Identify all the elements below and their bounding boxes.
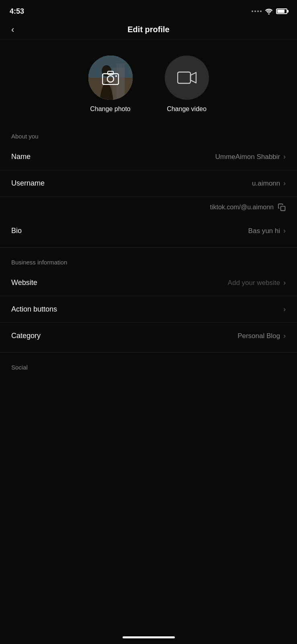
category-value-group: Personal Blog › (238, 332, 286, 340)
media-section: Change photo Change video (0, 39, 297, 125)
name-field-row[interactable]: Name UmmeAimon Shabbir › (0, 144, 297, 170)
url-text: tiktok.com/@u.aimonn (210, 204, 274, 211)
username-label: Username (11, 179, 45, 188)
bio-field-row[interactable]: Bio Bas yun hi › (0, 218, 297, 244)
section-divider-2 (0, 352, 297, 353)
change-photo-label: Change photo (90, 105, 131, 113)
social-section: Social (0, 356, 297, 375)
svg-rect-11 (281, 206, 285, 211)
category-chevron-icon: › (283, 332, 286, 340)
username-value: u.aimonn (252, 180, 280, 188)
category-label: Category (11, 332, 41, 340)
video-icon (177, 70, 197, 85)
back-button[interactable]: ‹ (8, 23, 17, 37)
bio-label: Bio (11, 227, 22, 235)
change-video-item: Change video (165, 56, 209, 113)
username-chevron-icon: › (283, 179, 286, 188)
battery-icon (276, 8, 287, 14)
action-buttons-value-group: › (283, 305, 286, 314)
business-info-section: Business information Website Add your we… (0, 251, 297, 349)
camera-icon (102, 70, 119, 85)
action-buttons-label: Action buttons (11, 305, 57, 314)
action-buttons-chevron-icon: › (283, 305, 286, 314)
page-title: Edit profile (127, 25, 169, 34)
category-field-row[interactable]: Category Personal Blog › (0, 323, 297, 349)
business-info-header: Business information (0, 251, 297, 270)
home-indicator-area (0, 630, 297, 644)
video-circle[interactable] (165, 56, 209, 100)
bio-value-group: Bas yun hi › (248, 227, 286, 235)
name-label: Name (11, 153, 31, 161)
svg-rect-10 (178, 72, 190, 83)
name-chevron-icon: › (283, 153, 286, 161)
bio-chevron-icon: › (283, 227, 286, 235)
username-field-row[interactable]: Username u.aimonn › (0, 170, 297, 197)
bio-value: Bas yun hi (248, 227, 280, 235)
username-value-group: u.aimonn › (252, 179, 286, 188)
status-time: 4:53 (10, 7, 24, 16)
home-indicator (123, 636, 175, 638)
svg-point-9 (115, 75, 117, 77)
avatar-circle[interactable] (88, 56, 133, 100)
action-buttons-field-row[interactable]: Action buttons › (0, 296, 297, 323)
website-chevron-icon: › (283, 279, 286, 287)
change-video-label: Change video (167, 105, 207, 113)
status-icons (252, 8, 287, 14)
copy-icon[interactable] (278, 203, 286, 211)
svg-point-0 (268, 13, 269, 14)
category-value: Personal Blog (238, 332, 280, 340)
name-value: UmmeAimon Shabbir (215, 153, 280, 161)
about-you-header: About you (0, 125, 297, 144)
wifi-icon (265, 8, 273, 14)
signal-dots-icon (252, 10, 262, 12)
change-photo-item: Change photo (88, 56, 133, 113)
svg-point-7 (107, 76, 114, 82)
header: ‹ Edit profile (0, 20, 297, 39)
website-value-group: Add your website › (228, 279, 286, 287)
status-bar: 4:53 (0, 0, 297, 20)
url-row[interactable]: tiktok.com/@u.aimonn (0, 197, 297, 218)
about-you-section: About you Name UmmeAimon Shabbir › Usern… (0, 125, 297, 244)
name-value-group: UmmeAimon Shabbir › (215, 153, 286, 161)
website-field-row[interactable]: Website Add your website › (0, 270, 297, 296)
section-divider-1 (0, 247, 297, 248)
website-label: Website (11, 279, 37, 287)
website-value: Add your website (228, 279, 280, 287)
social-header: Social (0, 356, 297, 375)
avatar-overlay (88, 56, 133, 100)
